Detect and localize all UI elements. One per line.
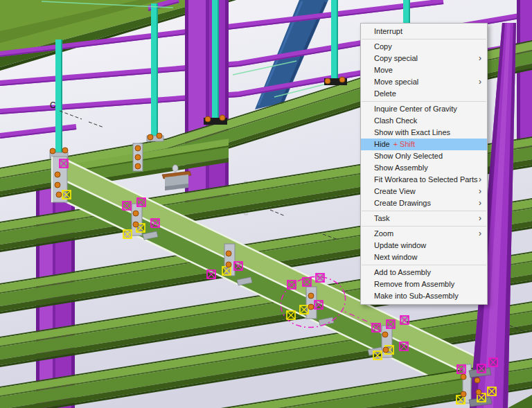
column-face <box>206 0 209 208</box>
selection-handle-yellow[interactable] <box>300 305 308 314</box>
bolt[interactable] <box>476 389 481 395</box>
selection-handle-magenta[interactable] <box>234 262 242 270</box>
context-menu: InterruptCopyCopy special›MoveMove speci… <box>360 23 488 305</box>
menu-item-create-view[interactable]: Create View› <box>361 186 487 197</box>
selection-handle-magenta[interactable] <box>372 323 380 332</box>
bolt[interactable] <box>135 145 141 151</box>
selection-handle-magenta[interactable] <box>60 159 68 168</box>
menu-item-label: Update window <box>374 241 426 249</box>
bolt[interactable] <box>461 391 466 397</box>
selection-handle-magenta[interactable] <box>314 301 323 309</box>
bolt[interactable] <box>339 77 345 82</box>
bolt[interactable] <box>475 378 480 383</box>
selection-handle-magenta[interactable] <box>457 365 466 373</box>
selection-handle-magenta[interactable] <box>287 281 296 289</box>
selection-handle-magenta[interactable] <box>303 278 311 286</box>
bolt[interactable] <box>62 148 68 153</box>
bolt[interactable] <box>205 116 211 122</box>
menu-item-label: Interrupt <box>374 27 402 35</box>
menu-item-zoom[interactable]: Zoom› <box>361 228 487 240</box>
selection-handle-magenta[interactable] <box>400 342 408 351</box>
bolt[interactable] <box>135 163 141 169</box>
menu-item-label: Fit Workarea to Selected Parts <box>374 175 478 184</box>
selection-handle-magenta[interactable] <box>316 274 324 282</box>
selection-handle-yellow[interactable] <box>222 267 231 275</box>
bolt[interactable] <box>135 154 141 160</box>
menu-item-show-assembly[interactable]: Show Assembly <box>361 162 487 174</box>
menu-item-show-only-selected[interactable]: Show Only Selected <box>361 150 487 162</box>
bolt[interactable] <box>325 78 330 84</box>
menu-item-next-window[interactable]: Next window <box>361 251 487 263</box>
selection-handle-magenta[interactable] <box>207 270 215 278</box>
bolt[interactable] <box>226 251 231 256</box>
bolt[interactable] <box>50 148 55 154</box>
menu-item-label: Hide <box>374 140 390 148</box>
selection-handle-magenta[interactable] <box>123 202 131 210</box>
menu-item-fit-workarea-to-selected-parts[interactable]: Fit Workarea to Selected Parts› <box>361 174 487 186</box>
menu-item-label: Copy special <box>374 54 418 62</box>
bolt[interactable] <box>148 134 153 140</box>
menu-item-make-into-sub-assembly[interactable]: Make into Sub-Assembly <box>361 290 487 302</box>
menu-item-clash-check[interactable]: Clash Check <box>361 115 487 127</box>
menu-item-label: Inquire Center of Gravity <box>374 105 457 113</box>
bolt[interactable] <box>308 293 314 299</box>
menu-item-hide[interactable]: Hide+ Shift <box>361 139 487 150</box>
selection-handle-magenta[interactable] <box>137 198 145 206</box>
menu-item-label: Create Drawings <box>374 199 431 207</box>
menu-item-label: Zoom <box>374 229 393 238</box>
menu-item-update-window[interactable]: Update window <box>361 240 487 251</box>
submenu-arrow-icon: › <box>479 213 481 224</box>
menu-item-create-drawings[interactable]: Create Drawings› <box>361 197 487 209</box>
menu-item-task[interactable]: Task› <box>361 213 487 224</box>
selection-handle-magenta[interactable] <box>477 364 486 373</box>
selection-handle-magenta[interactable] <box>400 316 409 324</box>
bolt[interactable] <box>383 347 389 353</box>
submenu-arrow-icon: › <box>479 186 481 197</box>
menu-item-remove-from-assembly[interactable]: Remove from Assembly <box>361 278 487 290</box>
menu-separator <box>362 226 486 227</box>
bolt[interactable] <box>461 374 466 380</box>
selection-handle-yellow[interactable] <box>123 230 132 238</box>
equipment-part <box>172 165 178 172</box>
menu-item-copy-special[interactable]: Copy special› <box>361 53 487 64</box>
bolt[interactable] <box>56 192 62 197</box>
menu-item-label: Task <box>374 214 390 222</box>
menu-item-inquire-center-of-gravity[interactable]: Inquire Center of Gravity <box>361 103 487 115</box>
menu-item-add-to-assembly[interactable]: Add to Assembly <box>361 267 487 278</box>
bolt[interactable] <box>157 133 162 139</box>
menu-item-label: Add to Assembly <box>374 268 431 276</box>
bolt[interactable] <box>382 332 388 337</box>
selection-handle-yellow[interactable] <box>488 387 496 396</box>
bolt[interactable] <box>55 182 60 188</box>
menu-item-move-special[interactable]: Move special› <box>361 76 487 88</box>
selection-handle-yellow[interactable] <box>373 351 382 360</box>
selection-handle-magenta[interactable] <box>489 358 497 366</box>
submenu-arrow-icon: › <box>479 197 481 209</box>
bolt[interactable] <box>133 211 139 216</box>
selection-handle-yellow[interactable] <box>62 190 71 199</box>
menu-item-label: Make into Sub-Assembly <box>374 292 459 300</box>
menu-item-move[interactable]: Move <box>361 64 487 76</box>
submenu-arrow-icon: › <box>479 53 481 64</box>
bolt[interactable] <box>133 222 139 227</box>
menu-item-label: Move <box>374 66 393 74</box>
menu-item-delete[interactable]: Delete <box>361 88 487 100</box>
bolt[interactable] <box>220 115 225 121</box>
bolt[interactable] <box>226 262 231 267</box>
menu-separator <box>362 211 486 211</box>
selection-handle-yellow[interactable] <box>287 311 295 319</box>
bolt[interactable] <box>55 172 60 177</box>
selection-handle-magenta[interactable] <box>387 320 395 328</box>
menu-item-interrupt[interactable]: Interrupt <box>361 26 487 37</box>
menu-item-label: Create View <box>374 187 416 195</box>
submenu-arrow-icon: › <box>479 76 481 88</box>
menu-item-label: Move special <box>374 78 418 86</box>
menu-item-copy[interactable]: Copy <box>361 41 487 53</box>
column-face <box>225 0 229 208</box>
menu-item-label: Clash Check <box>374 116 417 125</box>
menu-separator <box>362 39 486 39</box>
selection-handle-magenta[interactable] <box>151 219 159 227</box>
menu-item-show-with-exact-lines[interactable]: Show with Exact Lines <box>361 127 487 139</box>
bolt[interactable] <box>308 304 314 310</box>
submenu-arrow-icon: › <box>479 174 481 186</box>
